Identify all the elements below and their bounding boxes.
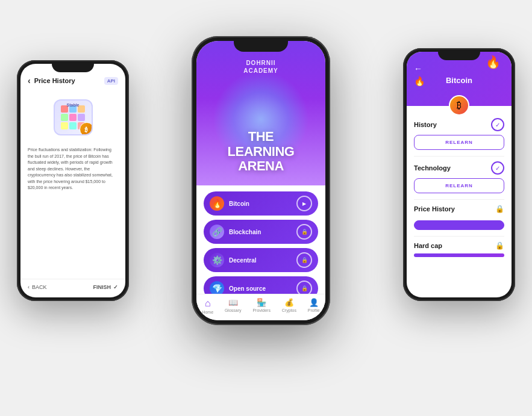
lock-button[interactable]: 🔒: [296, 224, 312, 240]
divider: [414, 236, 504, 237]
hard-cap-progress-bar: [414, 253, 504, 257]
center-bitcoin-icon: ₿: [449, 95, 469, 116]
price-history-title-row: Price History 🔒: [414, 205, 504, 213]
history-title-row: History ✓: [414, 118, 504, 131]
technology-check-icon: ✓: [491, 161, 504, 175]
deco-coin-1: 🔥: [486, 55, 501, 69]
left-phone: ‹ Price History API Stable ₿: [17, 60, 129, 301]
brand-name: DOHRNIIACADEMY: [243, 59, 278, 75]
hard-cap-lock-icon: 🔒: [495, 241, 504, 250]
grid-cell: [78, 114, 85, 121]
brand-area: DOHRNIIACADEMY: [243, 59, 278, 75]
back-button[interactable]: ‹ BACK: [28, 284, 47, 290]
finish-button[interactable]: FINISH ✓: [93, 284, 118, 290]
finish-label: FINISH: [93, 284, 111, 290]
right-title: Bitcoin: [446, 76, 472, 85]
decentral-coin-icon: ⚙️: [210, 253, 224, 267]
right-notch: [438, 52, 480, 60]
hard-cap-title-row: Hard cap 🔒: [414, 241, 504, 250]
stable-label: Stable: [55, 103, 92, 107]
nav-glossary-label: Glossary: [225, 308, 242, 312]
nav-home-label: Home: [202, 310, 213, 314]
grid-cell: [61, 122, 68, 129]
coin-image-area: Stable ₿: [20, 90, 125, 144]
decentral-label: Decentral: [229, 257, 292, 264]
btc-overlay-icon: ₿: [80, 122, 93, 135]
left-title: Price History: [34, 77, 101, 84]
play-button[interactable]: ▶: [296, 196, 312, 211]
history-title: History: [414, 121, 437, 128]
course-list: 🔥 Bitcoin ▶ 🔗 Blockchain 🔒 ⚙️ Decentral …: [196, 185, 325, 300]
blockchain-label: Blockchain: [229, 229, 292, 235]
nav-glossary[interactable]: 📖 Glossary: [225, 298, 242, 314]
grid-cell: [69, 122, 77, 129]
divider: [414, 199, 504, 200]
opensource-label: Open source: [229, 285, 292, 292]
api-badge: API: [104, 77, 118, 85]
bottom-nav: ⌂ Home 📖 Glossary 🏪 Providers 💰 Cryptos …: [196, 294, 325, 320]
nav-cryptos[interactable]: 💰 Cryptos: [282, 298, 296, 314]
hard-cap-title: Hard cap: [414, 242, 442, 249]
back-label: BACK: [32, 284, 47, 290]
nav-profile[interactable]: 👤 Profile: [308, 298, 320, 314]
nav-providers[interactable]: 🏪 Providers: [252, 298, 271, 314]
back-chevron-icon: ‹: [28, 284, 30, 290]
left-footer: ‹ BACK FINISH ✓: [20, 279, 125, 297]
grid-cell: [61, 114, 68, 121]
right-content: History ✓ RELEARN Technology ✓ RELEARN P…: [407, 106, 512, 297]
deco-coin-2: 🔥: [414, 76, 425, 87]
glossary-icon: 📖: [228, 298, 238, 307]
price-history-lock-icon: 🔒: [495, 205, 504, 213]
history-check-icon: ✓: [491, 118, 504, 131]
profile-icon: 👤: [309, 298, 319, 307]
technology-relearn-button[interactable]: RELEARN: [414, 178, 504, 193]
center-hero: DOHRNIIACADEMY THELEARNINGARENA: [196, 41, 325, 185]
back-arrow-icon[interactable]: ‹: [28, 76, 31, 85]
technology-title-row: Technology ✓: [414, 161, 504, 175]
left-notch: [52, 64, 94, 72]
price-history-title: Price History: [414, 205, 455, 213]
technology-lesson: Technology ✓ RELEARN: [414, 161, 504, 193]
providers-icon: 🏪: [257, 298, 266, 307]
right-phone: ← 🔥 🔥 Bitcoin ₿ History ✓ RELEARN T: [403, 48, 515, 301]
price-history-lesson: Price History 🔒: [414, 205, 504, 230]
list-item[interactable]: 🔗 Blockchain 🔒: [204, 220, 318, 244]
lock-button[interactable]: 🔒: [296, 252, 312, 268]
price-history-learn-button[interactable]: [414, 220, 504, 230]
technology-title: Technology: [414, 164, 451, 172]
center-phone-screen: DOHRNIIACADEMY THELEARNINGARENA 🔥 Bitcoi…: [196, 41, 325, 320]
nav-cryptos-label: Cryptos: [282, 308, 296, 312]
nav-home[interactable]: ⌂ Home: [202, 298, 213, 314]
divider: [414, 156, 504, 157]
bitcoin-label: Bitcoin: [229, 200, 292, 207]
blockchain-coin-icon: 🔗: [210, 225, 224, 239]
finish-check-icon: ✓: [113, 284, 118, 290]
nav-profile-label: Profile: [308, 308, 320, 312]
cryptos-icon: 💰: [284, 298, 294, 307]
hard-cap-lesson: Hard cap 🔒: [414, 241, 504, 257]
left-body-text: Price fluctuations and stabilization: Fo…: [20, 144, 125, 196]
home-icon: ⌂: [205, 298, 211, 309]
center-phone: DOHRNIIACADEMY THELEARNINGARENA 🔥 Bitcoi…: [192, 36, 330, 325]
grid-cell: [69, 114, 77, 121]
center-notch: [234, 41, 288, 52]
history-lesson: History ✓ RELEARN: [414, 118, 504, 150]
stable-coin-icon: Stable ₿: [54, 99, 93, 135]
list-item[interactable]: 🔥 Bitcoin ▶: [204, 191, 318, 216]
nav-providers-label: Providers: [252, 308, 271, 312]
left-phone-screen: ‹ Price History API Stable ₿: [20, 64, 125, 297]
bitcoin-coin-icon: 🔥: [210, 196, 224, 211]
history-relearn-button[interactable]: RELEARN: [414, 135, 504, 150]
right-phone-screen: ← 🔥 🔥 Bitcoin ₿ History ✓ RELEARN T: [407, 52, 512, 297]
list-item[interactable]: ⚙️ Decentral 🔒: [204, 248, 318, 272]
arena-title: THELEARNINGARENA: [228, 129, 295, 173]
